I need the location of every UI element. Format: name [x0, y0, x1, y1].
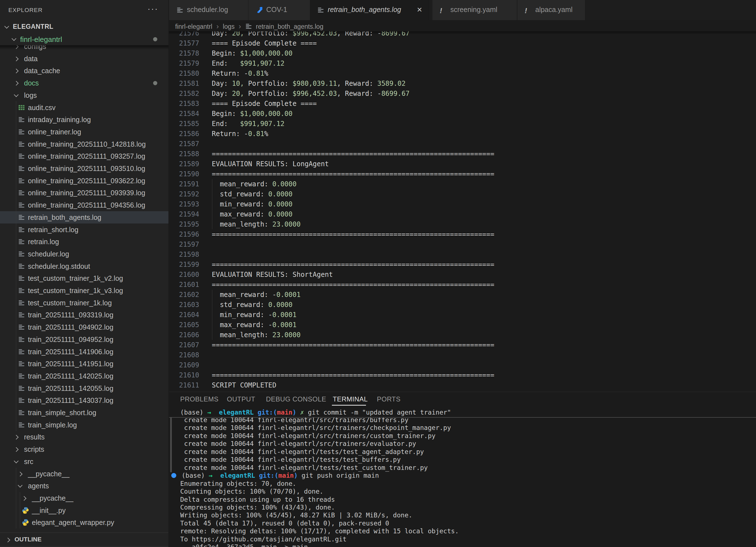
tree-item-label: elegant_agent_wrapper.py [32, 519, 114, 527]
line-number: 21596 [169, 229, 199, 239]
terminal-output-line: create mode 100644 finrl-elegantrl/src/t… [180, 440, 416, 448]
tree-item-label: train_20251111_141906.log [28, 348, 113, 356]
tree-item-train_20251111_094952.log[interactable]: train_20251111_094952.log [0, 333, 168, 346]
tree-item-label: online_training_20251110_142818.log [28, 140, 146, 148]
tree-item-train_simple.log[interactable]: train_simple.log [0, 419, 168, 431]
log-file-icon [18, 250, 25, 258]
tree-item-label: agents [28, 482, 49, 490]
line-number: 21609 [169, 360, 199, 370]
tree-item-test_custom_trainer_1k_v3.log[interactable]: test_custom_trainer_1k_v3.log [0, 284, 168, 297]
editor-line: End: $991,907.12 [212, 119, 284, 129]
line-number: 21581 [169, 79, 199, 89]
tree-item-__pycache__[interactable]: __pycache__ [0, 468, 168, 480]
tree-item-label: audit.csv [28, 104, 56, 112]
tree-item-online_training_20251111_093257.log[interactable]: online_training_20251111_093257.log [0, 150, 168, 162]
editor-line: ========================================… [212, 370, 494, 380]
line-number: 21588 [169, 149, 199, 159]
tree-item-data_cache[interactable]: data_cache [0, 65, 168, 77]
panel-tab-problems[interactable]: PROBLEMS [180, 395, 218, 405]
tree-item-label: data [24, 55, 38, 63]
breadcrumb-item-project[interactable]: finrl-elegantrl [175, 23, 212, 30]
tree-item-train_20251111_093319.log[interactable]: train_20251111_093319.log [0, 309, 168, 321]
log-file-icon [18, 165, 25, 172]
tree-item-train_20251111_142055.log[interactable]: train_20251111_142055.log [0, 382, 168, 394]
tree-item-retrain_short.log[interactable]: retrain_short.log [0, 223, 168, 236]
tree-item-online_training_20251111_093622.log[interactable]: online_training_20251111_093622.log [0, 175, 168, 187]
tree-item-docs[interactable]: docs [0, 77, 168, 89]
panel-tab-terminal[interactable]: TERMINAL [333, 395, 368, 405]
tab-alpaca.yaml[interactable]: !alpaca.yaml [517, 0, 585, 20]
editor-line: Begin: $1,000,000.00 [212, 109, 293, 119]
vscode-window: EXPLORER ··· ELEGANTRL configsdatadata_c… [0, 0, 756, 547]
breadcrumb-item-logs[interactable]: logs [223, 23, 235, 30]
tree-item-intraday_training.log[interactable]: intraday_training.log [0, 113, 168, 126]
tree-item-online_training_20251111_094356.log[interactable]: online_training_20251111_094356.log [0, 199, 168, 211]
tree-root-elegantrl[interactable]: ELEGANTRL [0, 21, 168, 33]
explorer-more-actions-icon[interactable]: ··· [148, 4, 158, 13]
tree-item-scripts[interactable]: scripts [0, 443, 168, 455]
log-file-icon [245, 23, 252, 30]
editor-line: ========================================… [212, 260, 494, 270]
tree-item-finrl-elegantrl[interactable]: finrl-elegantrl [0, 33, 168, 45]
tab-retrain_both_agents.log[interactable]: retrain_both_agents.log× [310, 0, 429, 20]
editor-line: ==== Episode Complete ==== [212, 99, 317, 109]
editor-line: Return: -0.81% [212, 68, 268, 79]
tree-item-retrain.log[interactable]: retrain.log [0, 236, 168, 248]
tree-item-online_training_20251110_142818.log[interactable]: online_training_20251110_142818.log [0, 138, 168, 150]
tree-item-src[interactable]: src [0, 455, 168, 468]
editor-content[interactable]: 21576Day: 20, Portfolio: $996,452.03, Re… [169, 31, 756, 392]
tree-item-elegant_agent_wrapper.py[interactable]: elegant_agent_wrapper.py [0, 516, 168, 529]
chevron-down-icon [14, 459, 19, 463]
terminal-output-line: Delta compression using up to 16 threads [180, 496, 335, 503]
log-file-icon [18, 201, 25, 209]
breadcrumb-item-file[interactable]: retrain_both_agents.log [256, 23, 324, 30]
tree-item-label: test_custom_trainer_1k_v3.log [28, 287, 123, 295]
tree-item-online_trainer.log[interactable]: online_trainer.log [0, 126, 168, 138]
tree-item-label: train_20251111_141951.log [28, 360, 113, 368]
bottom-panel[interactable]: PROBLEMSOUTPUTDEBUG CONSOLETERMINALPORTS… [169, 392, 756, 547]
editor-line: ========================================… [212, 169, 494, 179]
tab-scheduler.log[interactable]: scheduler.log [169, 0, 248, 20]
tree-item-audit.csv[interactable]: audit.csv [0, 101, 168, 114]
tree-item-scheduler.log[interactable]: scheduler.log [0, 248, 168, 260]
terminal-output-line: create mode 100644 finrl-elegantrl/tests… [180, 448, 424, 456]
tree-item-label: retrain_short.log [28, 226, 79, 234]
tree-item-retrain_both_agents.log[interactable]: retrain_both_agents.log [0, 211, 168, 223]
tree-item-train_20251111_141906.log[interactable]: train_20251111_141906.log [0, 346, 168, 358]
tree-item-train_simple_short.log[interactable]: train_simple_short.log [0, 406, 168, 419]
tree-item-__init__.py[interactable]: __init__.py [0, 504, 168, 517]
tree-item-agents[interactable]: agents [0, 480, 168, 492]
tree-item-test_custom_trainer_1k_v2.log[interactable]: test_custom_trainer_1k_v2.log [0, 272, 168, 284]
tree-item-data[interactable]: data [0, 53, 168, 65]
tree-item-online_training_20251111_093510.log[interactable]: online_training_20251111_093510.log [0, 162, 168, 175]
tree-item-label: scripts [24, 445, 44, 453]
tree-item-label: scheduler.log.stdout [28, 262, 90, 270]
line-number: 21607 [169, 340, 199, 350]
breadcrumb-separator: › [239, 22, 241, 31]
breadcrumb-separator: › [216, 22, 219, 31]
tree-item-train_20251111_141951.log[interactable]: train_20251111_141951.log [0, 358, 168, 370]
panel-tab-ports[interactable]: PORTS [377, 395, 401, 405]
tab-COV-1[interactable]: COV-1 [248, 0, 310, 20]
tree-item-scheduler.log.stdout[interactable]: scheduler.log.stdout [0, 260, 168, 272]
line-number: 21608 [169, 350, 199, 360]
log-file-icon [18, 336, 25, 343]
panel-tab-debug-console[interactable]: DEBUG CONSOLE [266, 395, 326, 405]
chevron-right-icon [6, 538, 10, 543]
outline-section-header[interactable]: OUTLINE [0, 532, 168, 546]
close-icon[interactable]: × [417, 4, 422, 15]
tree-item-results[interactable]: results [0, 431, 168, 443]
tree-item-__pycache__[interactable]: __pycache__ [0, 492, 168, 504]
tree-item-train_20251111_094902.log[interactable]: train_20251111_094902.log [0, 321, 168, 333]
line-number: 21585 [169, 119, 199, 129]
tree-item-test_custom_trainer_1k.log[interactable]: test_custom_trainer_1k.log [0, 297, 168, 309]
tree-item-online_training_20251111_093939.log[interactable]: online_training_20251111_093939.log [0, 187, 168, 199]
line-number: 21598 [169, 249, 199, 260]
tree-item-train_20251111_143037.log[interactable]: train_20251111_143037.log [0, 394, 168, 406]
tree-item-logs[interactable]: logs [0, 89, 168, 101]
workspace-root-label: ELEGANTRL [13, 23, 53, 30]
tree-item-train_20251111_142025.log[interactable]: train_20251111_142025.log [0, 370, 168, 382]
panel-tab-output[interactable]: OUTPUT [227, 395, 255, 405]
tab-screening.yaml[interactable]: !screening.yaml [432, 0, 517, 20]
chevron-right-icon [14, 81, 19, 86]
